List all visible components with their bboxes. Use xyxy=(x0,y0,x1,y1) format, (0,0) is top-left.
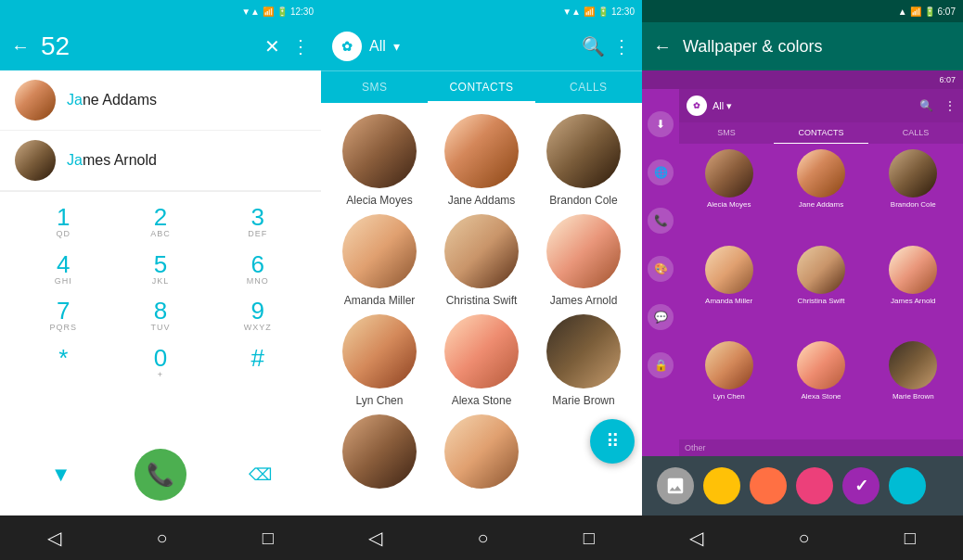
contact-card-marie[interactable]: Marie Brown xyxy=(536,314,631,407)
mini-card-alecia[interactable]: Alecia Moyes xyxy=(685,149,773,242)
wifi-icon: 📶 xyxy=(263,6,274,17)
color-coral[interactable] xyxy=(750,467,787,504)
side-icon-3[interactable]: 📞 xyxy=(648,208,674,234)
side-icon-5[interactable]: 💬 xyxy=(648,304,674,330)
mini-tab-contacts[interactable]: CONTACTS xyxy=(774,122,868,144)
highlight-text: Ja xyxy=(67,152,83,168)
dial-key-1[interactable]: 1QD xyxy=(15,199,112,247)
contact-card-christina[interactable]: Christina Swift xyxy=(434,214,529,307)
color-yellow[interactable] xyxy=(703,467,740,504)
color-pink[interactable] xyxy=(796,467,833,504)
back-nav-2[interactable]: ◁ xyxy=(361,519,390,556)
back-nav[interactable]: ◁ xyxy=(40,519,69,556)
color-palette xyxy=(642,456,963,515)
dial-key-6[interactable]: 6MNO xyxy=(209,247,306,294)
mini-card-brandon[interactable]: Brandon Cole xyxy=(869,149,957,242)
dial-key-8[interactable]: 8TUV xyxy=(112,293,210,340)
color-purple[interactable] xyxy=(842,467,880,504)
avatar-james xyxy=(546,214,621,288)
mini-time: 6:07 xyxy=(939,75,956,84)
tab-contacts[interactable]: CONTACTS xyxy=(428,71,534,103)
side-icons: ⬇ 🌐 📞 🎨 💬 🔒 xyxy=(648,111,674,378)
mini-search[interactable]: 🔍 xyxy=(919,99,933,112)
mini-card-lyn[interactable]: Lyn Chen xyxy=(685,341,773,434)
home-nav-2[interactable]: ○ xyxy=(469,520,495,556)
contact-card-alecia[interactable]: Alecia Moyes xyxy=(332,114,427,207)
fab-button[interactable]: ⠿ xyxy=(590,419,635,464)
overflow-menu[interactable]: ⋮ xyxy=(612,35,631,57)
mini-label-jane: Jane Addams xyxy=(799,200,843,209)
wp-preview: 6:07 ⬇ 🌐 📞 🎨 💬 🔒 ✿ All ▾ 🔍 ⋮ xyxy=(642,70,963,456)
dial-key-7[interactable]: 7PQRS xyxy=(15,293,112,340)
recent-nav-3[interactable]: □ xyxy=(897,520,923,556)
dial-key-4[interactable]: 4GHI xyxy=(15,247,112,294)
contact-card-amanda[interactable]: Amanda Miller xyxy=(332,214,427,307)
dial-key-9[interactable]: 9WXYZ xyxy=(209,293,306,340)
contact-row[interactable]: Jane Addams xyxy=(0,70,321,131)
dial-key-5[interactable]: 5JKL xyxy=(112,247,210,294)
recent-nav[interactable]: □ xyxy=(255,520,281,556)
contact-label-amanda: Amanda Miller xyxy=(344,294,416,307)
contact-row[interactable]: James Arnold xyxy=(0,131,321,191)
delete-button[interactable]: ⌫ xyxy=(241,465,278,485)
tabs-bar: SMS CONTACTS CALLS xyxy=(321,70,642,103)
contact-card-brandon[interactable]: Brandon Cole xyxy=(536,114,631,207)
side-icon-4[interactable]: 🎨 xyxy=(648,256,674,282)
contact-card-alexa[interactable]: Alexa Stone xyxy=(434,314,529,407)
mini-card-jane[interactable]: Jane Addams xyxy=(777,149,865,242)
search-button[interactable]: 🔍 xyxy=(582,35,605,57)
back-nav-3[interactable]: ◁ xyxy=(682,519,711,556)
contact-card-extra2[interactable] xyxy=(434,414,529,494)
bottom-nav-1: ◁ ○ □ xyxy=(0,515,321,560)
mini-card-amanda[interactable]: Amanda Miller xyxy=(685,246,773,338)
wallpaper-header: ← Wallpaper & colors xyxy=(642,22,963,70)
dial-key-3[interactable]: 3DEF xyxy=(209,199,306,247)
contact-card-james[interactable]: James Arnold xyxy=(536,214,631,307)
status-bar-3: ▲ 📶 🔋 6:07 xyxy=(642,0,963,22)
home-nav-3[interactable]: ○ xyxy=(790,520,816,556)
color-cyan[interactable] xyxy=(889,467,926,504)
contact-name: James Arnold xyxy=(67,152,157,169)
bottom-nav-3: ◁ ○ □ xyxy=(642,515,963,560)
color-photo[interactable] xyxy=(657,467,694,504)
status-icons-3: ▲ 📶 🔋 6:07 xyxy=(898,6,956,17)
mini-header: ✿ All ▾ 🔍 ⋮ xyxy=(679,89,963,122)
wp-back-button[interactable]: ← xyxy=(653,36,672,57)
mini-status: 6:07 xyxy=(642,70,963,89)
recent-nav-2[interactable]: □ xyxy=(576,520,602,556)
contact-card-lyn[interactable]: Lyn Chen xyxy=(332,314,427,407)
dial-key-2[interactable]: 2ABC xyxy=(112,199,210,247)
mini-tab-calls[interactable]: CALLS xyxy=(868,122,963,144)
dial-key-hash[interactable]: # xyxy=(209,340,306,388)
call-button[interactable]: 📞 xyxy=(135,449,186,501)
mini-card-marie[interactable]: Marie Brown xyxy=(869,341,957,434)
side-icon-6[interactable]: 🔒 xyxy=(648,352,674,378)
clear-button[interactable]: ✕ xyxy=(264,35,280,57)
contact-card-extra1[interactable] xyxy=(332,414,427,494)
dialed-number: 52 xyxy=(41,32,253,61)
mini-label-amanda: Amanda Miller xyxy=(705,297,752,305)
menu-button[interactable]: ⋮ xyxy=(291,35,310,57)
back-button[interactable]: ← xyxy=(11,36,30,57)
side-icon-1[interactable]: ⬇ xyxy=(648,111,674,137)
contact-card-jane[interactable]: Jane Addams xyxy=(434,114,529,207)
dial-key-0[interactable]: 0+ xyxy=(112,340,210,388)
other-section: Other xyxy=(679,439,963,456)
dropdown-icon[interactable]: ▾ xyxy=(393,39,400,54)
home-nav[interactable]: ○ xyxy=(148,520,174,556)
dial-key-star[interactable]: * xyxy=(15,340,112,388)
side-icon-2[interactable]: 🌐 xyxy=(648,159,674,185)
battery-icon: 🔋 xyxy=(276,6,288,17)
voice-dropdown[interactable]: ▼ xyxy=(43,463,80,487)
time-1: 12:30 xyxy=(290,6,314,17)
avatar-alecia xyxy=(342,114,417,188)
contact-label-marie: Marie Brown xyxy=(552,394,614,407)
avatar-christina xyxy=(444,214,519,288)
mini-tab-sms[interactable]: SMS xyxy=(679,122,774,144)
mini-menu[interactable]: ⋮ xyxy=(944,99,956,112)
tab-sms[interactable]: SMS xyxy=(321,71,428,103)
mini-card-james[interactable]: James Arnold xyxy=(869,246,957,338)
tab-calls[interactable]: CALLS xyxy=(535,71,642,103)
mini-card-alexa[interactable]: Alexa Stone xyxy=(777,341,865,434)
mini-card-christina[interactable]: Christina Swift xyxy=(777,246,865,338)
